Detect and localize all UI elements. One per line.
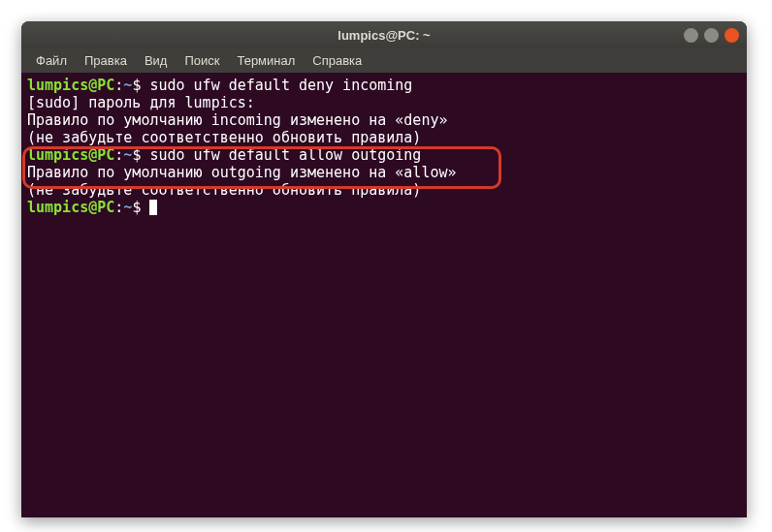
minimize-button[interactable] [684,28,698,43]
menu-help[interactable]: Справка [304,50,370,71]
terminal-line: lumpics@PC:~$ [27,199,741,216]
cursor [149,200,157,215]
terminal-line: lumpics@PC:~$ sudo ufw default allow out… [27,146,741,164]
terminal-line: lumpics@PC:~$ sudo ufw default deny inco… [27,77,741,94]
menubar: Файл Правка Вид Поиск Терминал Справка [21,48,747,73]
terminal-line: [sudo] пароль для lumpics: [27,94,741,111]
terminal-line: (не забудьте соответственно обновить пра… [27,181,741,199]
menu-search[interactable]: Поиск [176,50,228,71]
prompt-sep: : [114,199,123,216]
terminal-line: Правило по умолчанию outgoing изменено н… [27,164,741,181]
command-text: sudo ufw default deny incoming [149,77,412,94]
titlebar: lumpics@PC: ~ [21,21,747,48]
prompt-dollar: $ [132,199,149,216]
terminal-window: lumpics@PC: ~ Файл Правка Вид Поиск Терм… [21,21,747,517]
command-text: sudo ufw default allow outgoing [149,146,421,164]
prompt-dollar: $ [132,146,149,164]
terminal-line: Правило по умолчанию incoming изменено н… [27,111,741,129]
prompt-userhost: lumpics@PC [27,146,114,164]
menu-edit[interactable]: Правка [76,50,136,71]
prompt-sep: : [114,77,123,94]
close-button[interactable] [724,28,739,43]
terminal-line: (не забудьте соответственно обновить пра… [27,129,741,146]
terminal-body[interactable]: lumpics@PC:~$ sudo ufw default deny inco… [21,73,747,517]
window-controls [684,28,739,43]
menu-file[interactable]: Файл [27,50,76,71]
prompt-userhost: lumpics@PC [27,199,114,216]
window-title: lumpics@PC: ~ [338,28,430,43]
prompt-dollar: $ [132,77,149,94]
maximize-button[interactable] [704,28,719,43]
prompt-userhost: lumpics@PC [27,77,114,94]
menu-terminal[interactable]: Терминал [228,50,304,71]
menu-view[interactable]: Вид [136,50,177,71]
prompt-sep: : [114,146,123,164]
